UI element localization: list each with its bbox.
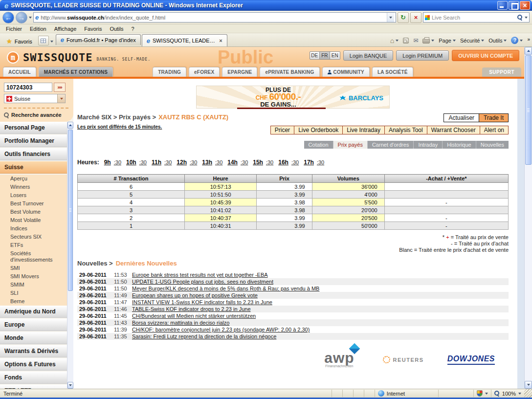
trade-it-button[interactable]: Trade It bbox=[479, 113, 509, 122]
help-button[interactable]: ? bbox=[511, 37, 523, 44]
menu-item[interactable]: Outils bbox=[106, 25, 127, 32]
sidebar-scrollbar[interactable] bbox=[67, 122, 73, 389]
resize-grip[interactable] bbox=[524, 389, 532, 398]
sidebar-item[interactable]: ETF / ETP bbox=[0, 385, 67, 389]
scrollbar-thumb[interactable] bbox=[68, 130, 73, 291]
protection-indicator[interactable] bbox=[473, 390, 491, 397]
tab-close-icon[interactable]: × bbox=[219, 38, 222, 44]
menu-item[interactable]: Fichier bbox=[2, 25, 26, 32]
menu-item[interactable]: ? bbox=[128, 25, 138, 32]
sidebar-item[interactable]: Losers bbox=[0, 191, 67, 200]
hour-link[interactable]: :30 bbox=[215, 159, 222, 165]
news-link[interactable]: Borsa svizzera: mattinata in deciso rial… bbox=[132, 320, 229, 326]
news-link[interactable]: CH/Bundesrat will Medien nicht stärker u… bbox=[132, 313, 256, 319]
news-link[interactable]: Europe bank stress test results not yet … bbox=[132, 272, 268, 278]
swissquote-logo[interactable]: m SWISSQUOTE BANKING. SELF-MADE. bbox=[7, 51, 151, 64]
zoom-control[interactable]: 100% bbox=[491, 390, 524, 397]
news-link[interactable]: INSTANT VIEW 1-Swiss KOF indicator falls… bbox=[132, 299, 272, 305]
hour-link[interactable]: 16h bbox=[278, 159, 288, 166]
tool-button[interactable]: Live Orderbook bbox=[294, 126, 343, 134]
hour-link[interactable]: :30 bbox=[241, 159, 248, 165]
favorites-button[interactable]: ★ Favoris bbox=[2, 37, 37, 46]
open-account-button[interactable]: OUVRIR UN COMPTE bbox=[452, 50, 519, 61]
refresh-button[interactable]: ↻ bbox=[398, 12, 409, 23]
tool-button[interactable]: Live Intraday bbox=[343, 126, 385, 134]
country-dropdown-button[interactable] bbox=[57, 94, 65, 103]
close-button[interactable] bbox=[520, 1, 530, 10]
news-link[interactable]: CH/KOF: baromètre conjoncturel juin 2,23… bbox=[132, 327, 310, 332]
command-menu[interactable]: Page bbox=[439, 38, 456, 44]
sidebar-item[interactable]: Monde bbox=[0, 332, 67, 344]
hour-link[interactable]: 12h bbox=[177, 159, 187, 166]
hour-link[interactable]: :30 bbox=[164, 159, 172, 165]
search-icon[interactable] bbox=[517, 15, 523, 20]
actualiser-button[interactable]: Actualiser bbox=[443, 113, 479, 122]
support-tab[interactable]: SUPPORT bbox=[482, 67, 521, 77]
sidebar-item[interactable]: Outils financiers bbox=[0, 148, 67, 160]
news-link[interactable]: Sarasin: Fredi Lutz reprend la direction… bbox=[132, 333, 276, 339]
quick-tabs-button[interactable] bbox=[38, 36, 49, 45]
language-button[interactable]: DE bbox=[310, 51, 320, 60]
language-button[interactable]: FR bbox=[320, 51, 330, 60]
restore-button[interactable] bbox=[509, 1, 519, 10]
hour-link[interactable]: :30 bbox=[114, 159, 121, 165]
scroll-down-button[interactable] bbox=[67, 382, 73, 389]
site-nav-tab[interactable]: MARCHÉS ET COTATIONS bbox=[39, 67, 113, 77]
quote-tab[interactable]: Intraday bbox=[413, 141, 442, 149]
hour-link[interactable]: :30 bbox=[139, 159, 147, 165]
minimize-button[interactable] bbox=[497, 1, 508, 10]
sidebar-item[interactable]: Portfolio Manager bbox=[0, 135, 67, 147]
sidebar-item[interactable]: Berne bbox=[0, 297, 67, 306]
live-search-box[interactable] bbox=[423, 12, 530, 22]
sidebar-item[interactable]: SMIM bbox=[0, 281, 67, 289]
hour-link[interactable]: 9h bbox=[104, 159, 111, 166]
quote-tab[interactable]: Carnet d'ordres bbox=[367, 141, 413, 149]
site-nav-tab[interactable]: EPARGNE bbox=[222, 67, 257, 77]
command-menu[interactable]: Outils bbox=[488, 38, 507, 44]
sidebar-item[interactable]: Best Volume bbox=[0, 208, 67, 216]
home-button[interactable]: ⌂ bbox=[390, 37, 399, 44]
quote-go-button[interactable]: »» bbox=[54, 83, 66, 92]
site-nav-tab[interactable]: COMMUNITY bbox=[322, 67, 370, 77]
tool-button[interactable]: Analysis Tool bbox=[385, 126, 427, 134]
sidebar-item[interactable]: Fonds bbox=[0, 372, 67, 384]
banner-ad[interactable]: PLUS DE CHF 60'000.- DE GAINS... BARCLAY… bbox=[196, 86, 390, 109]
site-nav-tab[interactable]: LA SOCIÉTÉ bbox=[372, 67, 413, 77]
hour-link[interactable]: 13h bbox=[202, 159, 212, 166]
tool-button[interactable]: Alert on bbox=[480, 126, 509, 134]
hour-link[interactable]: :30 bbox=[291, 159, 299, 165]
sidebar-item[interactable]: Secteurs SIX bbox=[0, 233, 67, 241]
command-menu[interactable]: Sécurité bbox=[460, 38, 484, 44]
sidebar-item[interactable]: Europe bbox=[0, 319, 67, 331]
scroll-up-button[interactable] bbox=[525, 47, 532, 55]
scroll-up-button[interactable] bbox=[67, 122, 73, 129]
menu-item[interactable]: Affichage bbox=[50, 25, 81, 32]
hour-link[interactable]: 14h bbox=[227, 159, 238, 166]
tab-list-dropdown-icon[interactable] bbox=[50, 41, 53, 43]
sidebar-item[interactable]: SLI bbox=[0, 289, 67, 297]
sidebar-item[interactable]: Warrants & Dérivés bbox=[0, 345, 67, 357]
menu-item[interactable]: Favoris bbox=[80, 25, 106, 32]
sidebar-item[interactable]: Options & Futures bbox=[0, 358, 67, 371]
quote-tab[interactable]: Nouvelles bbox=[476, 141, 509, 149]
hour-link[interactable]: :30 bbox=[317, 159, 324, 165]
page-scrollbar[interactable] bbox=[524, 47, 532, 389]
hour-link[interactable]: 11h bbox=[152, 159, 161, 166]
site-nav-tab[interactable]: ePRIVATE BANKING bbox=[260, 67, 319, 77]
language-button[interactable]: EN bbox=[330, 51, 340, 60]
sidebar-item[interactable]: Best Turnover bbox=[0, 200, 67, 208]
sidebar-item[interactable]: Sociétés d'investissements bbox=[0, 249, 67, 264]
tool-button[interactable]: Warrant Chooser bbox=[427, 126, 480, 134]
sidebar-item[interactable]: Winners bbox=[0, 183, 67, 191]
address-dropdown[interactable] bbox=[387, 13, 394, 22]
hour-link[interactable]: :30 bbox=[266, 159, 273, 165]
quote-tab[interactable]: Cotation bbox=[304, 141, 333, 149]
news-link[interactable]: European shares up on hopes of positive … bbox=[132, 292, 258, 298]
hour-link[interactable]: :30 bbox=[190, 159, 197, 165]
delay-notice-link[interactable]: Les prix sont différés de 15 minutes. bbox=[77, 124, 162, 130]
quote-search-input[interactable] bbox=[4, 83, 52, 92]
news-link[interactable]: Meyer Burger/KLK descend à moins de 5% d… bbox=[132, 286, 319, 291]
rss-feed-icon[interactable] bbox=[403, 38, 409, 44]
history-dropdown-icon[interactable] bbox=[29, 17, 32, 19]
sidebar-item[interactable]: Suisse bbox=[0, 161, 67, 174]
